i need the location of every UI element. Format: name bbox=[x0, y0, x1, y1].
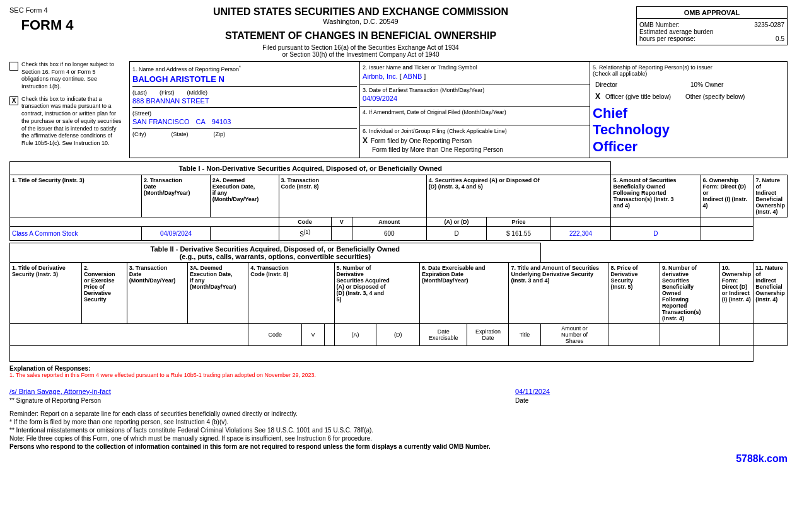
signature-left: /s/ Brian Savage, Attorney-in-fact ** Si… bbox=[9, 388, 476, 404]
signature-right: 04/11/2024 Date bbox=[515, 388, 788, 404]
section5-label: 5. Relationship of Reporting Person(s) t… bbox=[593, 64, 784, 71]
section6-x: X bbox=[363, 136, 368, 145]
footer-notes: Reminder: Report on a separate line for … bbox=[9, 410, 788, 450]
t2-col8: 8. Price ofDerivativeSecurity(Instr. 5) bbox=[608, 262, 660, 323]
signature-link[interactable]: /s/ Brian Savage, Attorney-in-fact bbox=[9, 388, 476, 395]
t1-col3-header: 3. TransactionCode (Instr. 8) bbox=[279, 175, 426, 217]
omb-hours-label: hours per response: bbox=[639, 35, 695, 42]
zip-label: (Zip) bbox=[214, 131, 226, 137]
t1-price: $ 161.55 bbox=[487, 227, 550, 240]
explanation-item1: 1. The sales reported in this Form 4 wer… bbox=[9, 372, 788, 378]
t1-price-header: Price bbox=[487, 217, 550, 227]
street-label: (Street) bbox=[132, 110, 357, 117]
t1-col2-header: 2. TransactionDate(Month/Day/Year) bbox=[142, 175, 211, 217]
checkbox2-row: X Check this box to indicate that a tran… bbox=[9, 96, 123, 147]
t2-empty-sub bbox=[324, 323, 334, 345]
t2-col4: 4. TransactionCode (Instr. 8) bbox=[248, 262, 334, 323]
t2-col11-sub bbox=[753, 323, 788, 345]
section6-option1: Form filed by One Reporting Person bbox=[371, 137, 472, 144]
section1-label: 1. Name and Address of Reporting Person* bbox=[132, 64, 357, 72]
table2-title2: (e.g., puts, calls, warrants, options, c… bbox=[12, 253, 538, 260]
t2-date-ex-sub: DateExercisable bbox=[420, 323, 467, 345]
checkbox2[interactable]: X bbox=[9, 96, 18, 105]
section5-sublabel: (Check all applicable) bbox=[593, 71, 784, 77]
t1-amount-header: Amount bbox=[352, 217, 426, 227]
table2: Table II - Derivative Securities Acquire… bbox=[9, 243, 788, 362]
explanation-section: Explanation of Responses: 1. The sales r… bbox=[9, 365, 788, 378]
ticker: ABNB bbox=[403, 72, 422, 80]
t2-col7: 7. Title and Amount of SecuritiesUnderly… bbox=[509, 262, 608, 323]
footer-line5: Persons who respond to the collection of… bbox=[9, 443, 788, 450]
street-address: 888 BRANNAN STREET bbox=[132, 97, 357, 105]
table2-row bbox=[10, 345, 788, 361]
filed-line1: Filed pursuant to Section 16(a) of the S… bbox=[85, 44, 636, 51]
t1-v bbox=[331, 227, 352, 240]
footer-line4: Note: File three copies of this Form, on… bbox=[9, 435, 788, 442]
signature-date-label: Date bbox=[515, 397, 788, 404]
t1-code: S(1) bbox=[279, 227, 331, 240]
t2-col8-sub bbox=[608, 323, 660, 345]
officer-x: X bbox=[595, 92, 600, 101]
t2-a-sub: (A) bbox=[334, 323, 376, 345]
filed-line2: or Section 30(h) of the Investment Compa… bbox=[85, 51, 636, 58]
officer-title: ChiefTechnologyOfficer bbox=[593, 105, 784, 155]
first-label: (First) bbox=[160, 90, 175, 96]
footer-line1: Reminder: Report on a separate line for … bbox=[9, 410, 788, 417]
section6-option2: Form filed by More than One Reporting Pe… bbox=[372, 146, 503, 153]
t1-v-header: V bbox=[331, 217, 352, 227]
t1-code-header: Code bbox=[279, 217, 331, 227]
t1-sub7 bbox=[701, 217, 753, 227]
t2-col1: 1. Title of DerivativeSecurity (Instr. 3… bbox=[10, 262, 82, 323]
checkbox1[interactable] bbox=[9, 62, 18, 71]
t1-col1-header: 1. Title of Security (Instr. 3) bbox=[10, 175, 142, 217]
checkbox1-text: Check this box if no longer subject to S… bbox=[21, 61, 123, 91]
t1-sub5 bbox=[550, 217, 611, 227]
omb-number-value: 3235-0287 bbox=[754, 21, 784, 28]
other-label: Other (specify below) bbox=[685, 93, 745, 100]
officer-label: Officer (give title below) bbox=[605, 93, 671, 100]
omb-hours-value: 0.5 bbox=[776, 35, 784, 42]
t2-col3a: 3A. DeemedExecution Date,if any(Month/Da… bbox=[187, 262, 248, 323]
table1-title: Table I - Non-Derivative Securities Acqu… bbox=[178, 165, 442, 172]
t1-aord-header: (A) or (D) bbox=[426, 217, 487, 227]
section2-label: 2. Issuer Name and Ticker or Trading Sym… bbox=[363, 64, 587, 71]
signature-label: ** Signature of Reporting Person bbox=[9, 397, 476, 404]
section4-label: 4. If Amendment, Date of Original Filed … bbox=[363, 109, 587, 115]
t2-col6: 6. Date Exercisable andExpiration Date(M… bbox=[420, 262, 509, 323]
t2-col11: 11. Nature ofIndirectBeneficialOwnership… bbox=[753, 262, 788, 323]
t1-col5-header: 5. Amount of SecuritiesBeneficially Owne… bbox=[611, 175, 701, 217]
bracket-close: ] bbox=[424, 72, 426, 80]
statement-title: STATEMENT OF CHANGES IN BENEFICIAL OWNER… bbox=[85, 30, 636, 42]
t1-security: Class A Common Stock bbox=[10, 227, 142, 240]
t2-v-sub: V bbox=[302, 323, 324, 345]
t2-col10-sub bbox=[719, 323, 753, 345]
zip-value: 94103 bbox=[212, 118, 231, 125]
city-value: SAN FRANCISCO bbox=[132, 118, 189, 125]
table1: Table I - Non-Derivative Securities Acqu… bbox=[9, 161, 788, 240]
city-label: (City) bbox=[132, 131, 146, 137]
t1-ownership: D bbox=[611, 227, 701, 240]
t1-sub-empty bbox=[10, 217, 279, 227]
t1-amount: 600 bbox=[352, 227, 426, 240]
state-label: (State) bbox=[172, 131, 189, 137]
t1-sub6 bbox=[611, 217, 701, 227]
explanation-header: Explanation of Responses: bbox=[9, 365, 788, 372]
table1-row: Class A Common Stock 04/09/2024 S(1) 600… bbox=[10, 227, 788, 240]
t1-nature bbox=[701, 227, 753, 240]
section3-label: 3. Date of Earliest Transaction (Month/D… bbox=[363, 87, 587, 93]
owner-label: 10% Owner bbox=[690, 81, 723, 88]
t2-title-sub: Title bbox=[509, 323, 540, 345]
t1-col2a-header: 2A. DeemedExecution Date,if any(Month/Da… bbox=[210, 175, 279, 217]
t1-following: 222,304 bbox=[550, 227, 611, 240]
sec-form-label: SEC Form 4 bbox=[9, 6, 85, 14]
page-container: SEC Form 4 FORM 4 UNITED STATES SECURITI… bbox=[0, 0, 797, 471]
t1-col4-header: 4. Securities Acquired (A) or Disposed O… bbox=[426, 175, 611, 217]
signature-date: 04/11/2024 bbox=[515, 388, 788, 395]
footer-line3: ** Intentional misstatements or omission… bbox=[9, 427, 788, 434]
t2-d-sub: (D) bbox=[376, 323, 420, 345]
omb-burden-label: Estimated average burden bbox=[639, 28, 784, 35]
checkbox2-text: Check this box to indicate that a transa… bbox=[21, 96, 123, 147]
t1-deemed-date bbox=[210, 227, 279, 240]
t2-code-sub: Code bbox=[248, 323, 302, 345]
section3-date: 04/09/2024 bbox=[363, 95, 587, 102]
